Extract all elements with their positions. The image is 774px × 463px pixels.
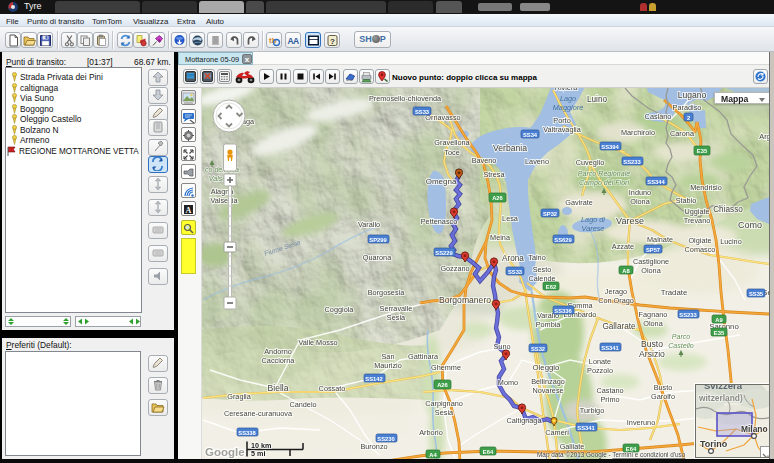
svg-text:Momo: Momo [498, 378, 518, 387]
svg-text:Olona: Olona [630, 197, 650, 206]
svg-text:Inveruno: Inveruno [627, 418, 655, 427]
svg-text:A: A [186, 206, 192, 215]
svg-text:Lucino: Lucino [720, 237, 742, 246]
svg-text:Gozzano: Gozzano [440, 264, 469, 273]
svg-text:SP299: SP299 [369, 237, 387, 243]
svg-text:Varese: Varese [616, 216, 644, 226]
svg-text:Castiglione: Castiglione [633, 257, 669, 266]
svg-text:Lago: Lago [560, 94, 576, 103]
svg-text:Tradate: Tradate [661, 288, 688, 297]
svg-text:SS142: SS142 [365, 376, 382, 382]
svg-text:witzerland): witzerland) [698, 393, 743, 403]
svg-text:Mendrisio: Mendrisio [690, 183, 722, 192]
svg-text:Lonate: Lonate [589, 357, 611, 366]
svg-text:Induno: Induno [629, 188, 651, 197]
svg-text:Cuveglio: Cuveglio [576, 158, 604, 167]
svg-text:SS338: SS338 [238, 430, 256, 436]
svg-text:Svizzera: Svizzera [704, 385, 743, 391]
svg-text:Oleggio: Oleggio [533, 363, 561, 372]
svg-text:Gavirate: Gavirate [565, 198, 593, 207]
svg-text:Suno: Suno [493, 342, 510, 351]
svg-text:Quarona: Quarona [363, 253, 392, 262]
svg-text:Valle Mosso: Valle Mosso [298, 338, 337, 347]
svg-text:SS394: SS394 [601, 144, 619, 150]
svg-text:Torino: Torino [700, 439, 728, 449]
svg-text:Borgosesia: Borgosesia [368, 288, 405, 297]
svg-text:Lugano: Lugano [678, 90, 707, 100]
svg-text:Meina: Meina [490, 233, 511, 242]
svg-text:Arg: Arg [759, 132, 769, 141]
svg-text:E62: E62 [546, 284, 556, 290]
svg-text:A8: A8 [622, 268, 630, 274]
svg-text:SS229: SS229 [435, 250, 453, 256]
svg-text:E35: E35 [697, 148, 708, 154]
svg-text:Comasco: Comasco [685, 245, 716, 254]
svg-text:Busto: Busto [641, 339, 663, 349]
svg-text:Paradiso: Paradiso [673, 103, 702, 112]
svg-text:Castano: Castano [596, 386, 623, 395]
svg-text:Sesia: Sesia [387, 313, 406, 322]
svg-text:SS344: SS344 [647, 179, 665, 185]
svg-text:Ghemme: Ghemme [431, 363, 461, 372]
svg-text:Sesia: Sesia [435, 408, 454, 417]
svg-text:Uggiate: Uggiate [684, 207, 709, 216]
svg-text:Lesa: Lesa [502, 214, 519, 223]
svg-text:Caltignaga: Caltignaga [507, 416, 543, 425]
svg-text:Arona: Arona [502, 254, 524, 263]
svg-text:Biella: Biella [267, 383, 288, 393]
svg-text:Ceresane-curanuova: Ceresane-curanuova [224, 409, 293, 418]
svg-text:Laveno: Laveno [525, 157, 549, 166]
svg-text:Azzate: Azzate [612, 242, 634, 251]
svg-text:Olona: Olona [643, 319, 663, 328]
svg-text:Olona: Olona [641, 266, 661, 275]
svg-text:San: San [382, 352, 395, 361]
svg-text:Riviera: Riviera [555, 88, 579, 92]
svg-text:SP32: SP32 [543, 211, 557, 217]
svg-text:Taino: Taino [528, 253, 545, 262]
svg-text:Turbigo: Turbigo [580, 406, 604, 415]
svg-text:SS629: SS629 [554, 237, 572, 243]
svg-text:Carona: Carona [670, 129, 695, 138]
svg-text:SS32: SS32 [531, 346, 545, 352]
svg-text:Garolfo: Garolfo [651, 392, 675, 401]
svg-text:Coggiola: Coggiola [325, 305, 355, 314]
svg-text:Valsesia: Valsesia [210, 196, 238, 205]
svg-text:E64: E64 [483, 449, 494, 455]
svg-text:Baveno: Baveno [472, 156, 497, 165]
svg-text:SP57: SP57 [646, 247, 660, 253]
svg-text:Maurizio: Maurizio [374, 361, 402, 370]
svg-text:SS34: SS34 [523, 132, 538, 138]
svg-text:Cacciorna: Cacciorna [262, 356, 296, 365]
svg-text:SS341: SS341 [601, 345, 619, 351]
svg-text:SS35: SS35 [749, 291, 764, 297]
svg-text:Arsizio: Arsizio [639, 349, 665, 359]
svg-text:Chiasso: Chiasso [713, 205, 743, 214]
svg-text:2: 2 [687, 115, 690, 121]
svg-text:Caslano: Caslano [645, 112, 672, 121]
svg-text:Con Orago: Con Orago [598, 296, 634, 305]
svg-text:Gattinara: Gattinara [408, 352, 439, 361]
svg-text:A26: A26 [437, 382, 448, 388]
svg-text:Malnate: Malnate [647, 235, 673, 244]
svg-text:Stabio: Stabio [676, 196, 697, 205]
svg-text:Lago di: Lago di [581, 215, 605, 224]
svg-text:Pombia: Pombia [536, 320, 562, 329]
svg-text:SS341: SS341 [577, 425, 595, 431]
svg-text:Valtravaglia: Valtravaglia [543, 125, 582, 134]
svg-text:Verbania: Verbania [493, 143, 527, 153]
svg-text:A4: A4 [429, 452, 437, 458]
svg-text:Galliate: Galliate [560, 442, 585, 451]
svg-text:SS233: SS233 [623, 159, 641, 165]
svg-text:Stresa: Stresa [483, 170, 505, 179]
svg-text:?: ? [330, 37, 335, 46]
svg-text:Andorno: Andorno [264, 347, 292, 356]
svg-text:Varallo: Varallo [358, 220, 380, 229]
svg-text:SS233: SS233 [679, 312, 697, 318]
svg-text:Campo dei Fiori: Campo dei Fiori [579, 179, 629, 187]
svg-text:Toce: Toce [444, 148, 459, 157]
svg-text:Cameri: Cameri [545, 428, 569, 437]
svg-text:Pozzolo: Pozzolo [587, 366, 613, 375]
svg-text:E35: E35 [714, 330, 725, 336]
svg-text:Parco: Parco [672, 333, 691, 341]
svg-text:Luino: Luino [587, 95, 607, 104]
